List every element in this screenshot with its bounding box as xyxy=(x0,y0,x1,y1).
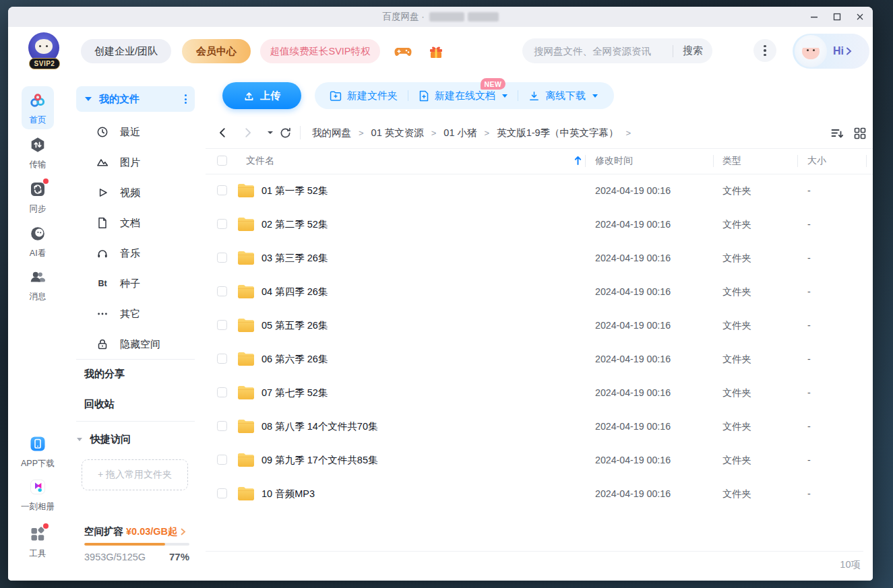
row-checkbox[interactable] xyxy=(217,455,227,465)
play-icon xyxy=(96,187,109,199)
row-checkbox[interactable] xyxy=(217,421,227,431)
member-center-button[interactable]: 会员中心 xyxy=(182,39,251,63)
tree-item-hidden-space[interactable]: 隐藏空间 xyxy=(67,333,206,356)
sidebar-item-app-download[interactable]: APP下载 xyxy=(8,435,67,469)
breadcrumb-item-current[interactable]: 英文版1-9季（中英文字幕） xyxy=(497,127,618,139)
grid-view-icon[interactable] xyxy=(853,126,867,141)
storage-expand-link[interactable]: 空间扩容 ¥0.03/GB起 xyxy=(84,525,186,538)
file-tree-panel: 我的文件 最近 图片 视频 文档 xyxy=(67,75,206,581)
tree-item-videos[interactable]: 视频 xyxy=(67,181,206,204)
close-button[interactable] xyxy=(849,7,871,27)
forward-button[interactable] xyxy=(241,126,254,139)
game-icon[interactable] xyxy=(394,43,412,61)
table-row[interactable]: 06 第六季 26集 2024-04-19 00:16 文件夹 - xyxy=(206,342,873,376)
create-team-button[interactable]: 创建企业/团队 xyxy=(81,39,171,63)
table-row[interactable]: 02 第二季 52集 2024-04-19 00:16 文件夹 - xyxy=(206,207,873,241)
gift-icon[interactable] xyxy=(427,43,446,61)
tree-item-recycle-bin[interactable]: 回收站 xyxy=(84,398,115,411)
tree-item-my-files[interactable]: 我的文件 xyxy=(76,86,195,112)
sidebar-item-tools[interactable]: 工具 xyxy=(8,525,67,560)
tree-item-others[interactable]: 其它 xyxy=(67,302,206,325)
upload-button[interactable]: 上传 xyxy=(222,82,301,109)
column-header-modified[interactable]: 修改时间 xyxy=(595,155,633,167)
row-checkbox[interactable] xyxy=(217,286,227,296)
table-row[interactable]: 07 第七季 52集 2024-04-19 00:16 文件夹 - xyxy=(206,376,873,410)
tree-item-pictures[interactable]: 图片 xyxy=(67,151,206,174)
upload-icon xyxy=(243,90,255,102)
minimize-button[interactable] xyxy=(803,7,826,27)
breadcrumb-item[interactable]: 我的网盘 xyxy=(312,127,351,139)
table-row[interactable]: 10 音频MP3 2024-04-19 00:16 文件夹 - xyxy=(206,477,873,511)
table-row[interactable]: 09 第九季 17个文件共85集 2024-04-19 00:16 文件夹 - xyxy=(206,443,873,477)
search-input[interactable] xyxy=(522,46,673,57)
row-checkbox[interactable] xyxy=(217,320,227,330)
sidebar-item-photos[interactable]: 一刻相册 xyxy=(8,478,67,513)
table-header: 文件名 修改时间 类型 大小 xyxy=(206,148,873,174)
table-row[interactable]: 05 第五季 26集 2024-04-19 00:16 文件夹 - xyxy=(206,308,873,342)
row-checkbox[interactable] xyxy=(217,219,227,229)
row-checkbox[interactable] xyxy=(217,253,227,263)
file-name[interactable]: 05 第五季 26集 xyxy=(261,308,328,342)
greeting-label: Hi xyxy=(833,45,844,57)
row-checkbox[interactable] xyxy=(217,387,227,397)
sidebar-item-messages[interactable]: 消息 xyxy=(8,268,67,302)
quick-access-section[interactable]: 快捷访问 xyxy=(77,433,131,446)
new-folder-button[interactable]: 新建文件夹 xyxy=(330,90,398,102)
user-profile-button[interactable]: Hi xyxy=(793,34,869,69)
file-name[interactable]: 07 第七季 52集 xyxy=(261,376,328,410)
table-row[interactable]: 03 第三季 26集 2024-04-19 00:16 文件夹 - xyxy=(206,241,873,275)
maximize-button[interactable] xyxy=(826,7,849,27)
breadcrumb-bar: 我的网盘 > 01 英文资源 > 01 小猪 > 英文版1-9季（中英文字幕） … xyxy=(206,118,873,149)
file-name[interactable]: 01 第一季 52集 xyxy=(261,174,328,207)
sidebar-item-sync[interactable]: 同步 xyxy=(8,181,67,215)
column-header-type[interactable]: 类型 xyxy=(722,155,741,167)
file-type: 文件夹 xyxy=(722,308,751,342)
file-name[interactable]: 10 音频MP3 xyxy=(261,477,315,511)
more-menu-icon[interactable] xyxy=(753,39,776,62)
file-name[interactable]: 06 第六季 26集 xyxy=(261,342,328,376)
history-dropdown-button[interactable] xyxy=(264,126,277,139)
row-checkbox[interactable] xyxy=(217,488,227,498)
sort-list-icon[interactable] xyxy=(830,126,844,141)
sync-icon xyxy=(29,181,47,198)
tree-item-recent[interactable]: 最近 xyxy=(67,121,206,143)
file-name[interactable]: 03 第三季 26集 xyxy=(261,241,328,275)
folder-icon xyxy=(237,183,255,197)
sidebar-item-home[interactable]: 首页 xyxy=(8,92,67,126)
window-title: 百度网盘 · xyxy=(382,11,498,23)
file-modified: 2024-04-19 00:16 xyxy=(595,308,671,342)
sidebar-item-ai-view[interactable]: AI看 xyxy=(8,225,67,259)
tree-item-torrents[interactable]: Bt 种子 xyxy=(67,272,206,295)
refresh-button[interactable] xyxy=(278,126,292,139)
file-name[interactable]: 09 第九季 17个文件共85集 xyxy=(261,443,377,477)
svip-promo-button[interactable]: 超值续费延长SVIP特权 xyxy=(260,39,380,63)
file-name[interactable]: 02 第二季 52集 xyxy=(261,207,328,241)
tree-item-documents[interactable]: 文档 xyxy=(67,211,206,234)
breadcrumb-item[interactable]: 01 小猪 xyxy=(443,127,476,139)
search-button[interactable]: 搜索 xyxy=(673,44,712,57)
table-row[interactable]: 04 第四季 26集 2024-04-19 00:16 文件夹 - xyxy=(206,275,873,308)
table-row[interactable]: 08 第八季 14个文件共70集 2024-04-19 00:16 文件夹 - xyxy=(206,410,873,443)
tree-item-my-shares[interactable]: 我的分享 xyxy=(84,368,125,381)
drop-folder-hint[interactable]: + 拖入常用文件夹 xyxy=(82,459,188,490)
file-size: - xyxy=(807,207,811,241)
sort-ascending-icon[interactable] xyxy=(574,155,582,166)
account-logo[interactable]: SVIP2 xyxy=(27,31,61,70)
row-checkbox[interactable] xyxy=(217,354,227,364)
back-button[interactable] xyxy=(216,126,230,139)
table-row[interactable]: 01 第一季 52集 2024-04-19 00:16 文件夹 - xyxy=(206,174,873,207)
breadcrumb-item[interactable]: 01 英文资源 xyxy=(371,127,424,139)
more-vertical-icon[interactable] xyxy=(185,94,187,104)
select-all-checkbox[interactable] xyxy=(217,156,227,166)
headphones-icon xyxy=(96,247,109,259)
file-name[interactable]: 08 第八季 14个文件共70集 xyxy=(261,410,377,443)
offline-download-button[interactable]: 离线下载 xyxy=(528,90,598,102)
file-name[interactable]: 04 第四季 26集 xyxy=(261,275,328,308)
tree-item-music[interactable]: 音乐 xyxy=(67,242,206,265)
sidebar-item-transfer[interactable]: 传输 xyxy=(8,136,67,170)
column-header-size[interactable]: 大小 xyxy=(807,155,826,167)
new-online-doc-button[interactable]: 新建在线文档 xyxy=(419,90,507,102)
column-header-name[interactable]: 文件名 xyxy=(246,155,274,167)
row-checkbox[interactable] xyxy=(217,185,227,195)
file-type: 文件夹 xyxy=(722,207,751,241)
